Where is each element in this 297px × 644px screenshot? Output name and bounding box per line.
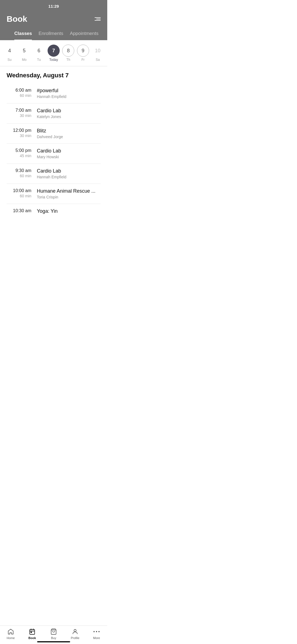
class-item-4[interactable]: 9:30 am 60 min Cardio Lab Hannah Empfiel… xyxy=(7,164,101,184)
class-list: 6:00 am 60 min #powerful Hannah Empfield… xyxy=(0,83,107,219)
date-item-sun[interactable]: 4 Su xyxy=(4,45,16,62)
class-item-0[interactable]: 6:00 am 60 min #powerful Hannah Empfield xyxy=(7,83,101,103)
date-number-6: 6 xyxy=(33,45,45,57)
filter-line-3 xyxy=(95,20,101,21)
filter-icon[interactable] xyxy=(95,17,101,21)
date-number-8: 8 xyxy=(62,45,74,57)
date-item-today[interactable]: 7 Today xyxy=(48,45,60,62)
class-item-3[interactable]: 5:00 pm 45 min Cardio Lab Mary Howski xyxy=(7,144,101,164)
class-info-2: Blitz Dahveed Jorge xyxy=(37,128,101,139)
filter-line-2 xyxy=(96,19,101,19)
date-number-4: 4 xyxy=(4,45,16,57)
class-time-4: 9:30 am 60 min xyxy=(7,168,37,178)
date-number-5: 5 xyxy=(18,45,30,57)
class-item-2[interactable]: 12:00 pm 30 min Blitz Dahveed Jorge xyxy=(7,124,101,144)
date-item-fri[interactable]: 9 Fr xyxy=(77,45,89,62)
date-item-thu[interactable]: 8 Th xyxy=(62,45,74,62)
class-info-6: Yoga: Yin xyxy=(37,208,101,215)
class-item-5[interactable]: 10:00 am 60 min Humane Animal Rescue ...… xyxy=(7,184,101,204)
class-item-1[interactable]: 7:00 am 30 min Cardio Lab Katelyn Jones xyxy=(7,103,101,124)
class-time-6: 10:30 am xyxy=(7,208,37,214)
date-label-sun: Su xyxy=(7,58,12,62)
date-label-fri: Fr xyxy=(81,58,84,62)
class-time-3: 5:00 pm 45 min xyxy=(7,148,37,158)
class-item-6[interactable]: 10:30 am Yoga: Yin xyxy=(7,204,101,219)
status-bar: 11:29 xyxy=(7,0,101,12)
class-time-0: 6:00 am 60 min xyxy=(7,88,37,98)
day-heading: Wednesday, August 7 xyxy=(0,66,107,83)
class-info-1: Cardio Lab Katelyn Jones xyxy=(37,108,101,119)
date-item-tue[interactable]: 6 Tu xyxy=(33,45,45,62)
date-item-sat[interactable]: 10 Sa xyxy=(92,45,104,62)
time: 11:29 xyxy=(48,4,59,9)
class-info-3: Cardio Lab Mary Howski xyxy=(37,148,101,159)
tab-appointments[interactable]: Appointments xyxy=(67,28,102,40)
main-content: Wednesday, August 7 6:00 am 60 min #powe… xyxy=(0,66,107,244)
page-title: Book xyxy=(7,14,27,24)
class-info-5: Humane Animal Rescue ... Toria Crispin xyxy=(37,188,101,199)
class-time-2: 12:00 pm 30 min xyxy=(7,128,37,138)
date-number-7: 7 xyxy=(48,45,60,57)
class-time-5: 10:00 am 60 min xyxy=(7,188,37,198)
filter-line-1 xyxy=(95,17,101,18)
date-picker: 4 Su 5 Mo 6 Tu 7 Today 8 Th 9 Fr 10 Sa xyxy=(0,40,107,66)
header-row: Book xyxy=(7,12,101,28)
date-label-mon: Mo xyxy=(22,58,27,62)
class-info-4: Cardio Lab Hannah Empfield xyxy=(37,168,101,179)
date-number-10: 10 xyxy=(92,45,104,57)
tab-classes[interactable]: Classes xyxy=(11,28,35,40)
class-time-1: 7:00 am 30 min xyxy=(7,108,37,118)
date-label-tue: Tu xyxy=(37,58,41,62)
date-label-thu: Th xyxy=(66,58,70,62)
tab-bar: Classes Enrollments Appointments xyxy=(7,28,101,40)
class-info-0: #powerful Hannah Empfield xyxy=(37,88,101,99)
tab-enrollments[interactable]: Enrollments xyxy=(35,28,67,40)
date-number-9: 9 xyxy=(77,45,89,57)
date-label-sat: Sa xyxy=(96,58,100,62)
header: 11:29 Book Classes Enrollments Appointme… xyxy=(0,0,107,40)
date-label-today: Today xyxy=(49,58,58,62)
date-item-mon[interactable]: 5 Mo xyxy=(18,45,30,62)
